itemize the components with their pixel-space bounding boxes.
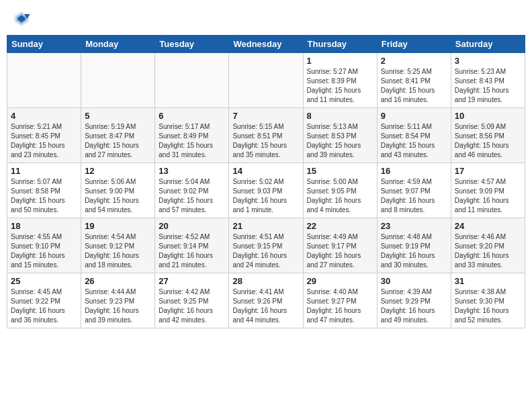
calendar-cell: 17Sunrise: 4:57 AM Sunset: 9:09 PM Dayli… (451, 163, 525, 218)
day-number: 1 (307, 56, 373, 66)
day-info: Sunrise: 5:04 AM Sunset: 9:02 PM Dayligh… (159, 177, 225, 215)
day-info: Sunrise: 4:38 AM Sunset: 9:30 PM Dayligh… (455, 287, 521, 325)
day-info: Sunrise: 5:13 AM Sunset: 8:53 PM Dayligh… (307, 122, 373, 160)
day-number: 19 (85, 221, 151, 231)
day-number: 7 (232, 111, 299, 121)
weekday-header-thursday: Thursday (303, 36, 377, 53)
calendar-cell: 26Sunrise: 4:44 AM Sunset: 9:23 PM Dayli… (81, 273, 155, 328)
calendar-cell: 22Sunrise: 4:49 AM Sunset: 9:17 PM Dayli… (303, 218, 377, 273)
day-info: Sunrise: 5:11 AM Sunset: 8:54 PM Dayligh… (381, 122, 447, 160)
day-info: Sunrise: 5:15 AM Sunset: 8:51 PM Dayligh… (232, 122, 299, 160)
calendar-cell: 11Sunrise: 5:07 AM Sunset: 8:58 PM Dayli… (7, 163, 81, 218)
day-number: 22 (307, 221, 373, 231)
day-number: 18 (11, 221, 77, 231)
calendar-cell: 28Sunrise: 4:41 AM Sunset: 9:26 PM Dayli… (229, 273, 303, 328)
day-number: 24 (455, 221, 521, 231)
day-info: Sunrise: 4:41 AM Sunset: 9:26 PM Dayligh… (232, 287, 299, 325)
day-info: Sunrise: 5:00 AM Sunset: 9:05 PM Dayligh… (307, 177, 373, 215)
day-number: 14 (232, 166, 299, 176)
day-number: 17 (455, 166, 521, 176)
day-number: 16 (381, 166, 447, 176)
calendar-cell: 7Sunrise: 5:15 AM Sunset: 8:51 PM Daylig… (229, 108, 303, 163)
calendar-cell: 16Sunrise: 4:59 AM Sunset: 9:07 PM Dayli… (377, 163, 451, 218)
calendar-week-row: 11Sunrise: 5:07 AM Sunset: 8:58 PM Dayli… (7, 163, 525, 218)
day-info: Sunrise: 5:25 AM Sunset: 8:41 PM Dayligh… (381, 67, 447, 105)
day-info: Sunrise: 5:27 AM Sunset: 8:39 PM Dayligh… (307, 67, 373, 105)
calendar-cell (81, 53, 155, 108)
day-info: Sunrise: 5:07 AM Sunset: 8:58 PM Dayligh… (11, 177, 77, 215)
day-info: Sunrise: 4:51 AM Sunset: 9:15 PM Dayligh… (232, 232, 299, 270)
day-info: Sunrise: 5:21 AM Sunset: 8:45 PM Dayligh… (11, 122, 77, 160)
day-number: 20 (159, 221, 225, 231)
calendar-week-row: 4Sunrise: 5:21 AM Sunset: 8:45 PM Daylig… (7, 108, 525, 163)
weekday-header-monday: Monday (81, 36, 155, 53)
calendar-cell: 30Sunrise: 4:39 AM Sunset: 9:29 PM Dayli… (377, 273, 451, 328)
weekday-header-wednesday: Wednesday (229, 36, 303, 53)
day-number: 11 (11, 166, 77, 176)
day-info: Sunrise: 4:45 AM Sunset: 9:22 PM Dayligh… (11, 287, 77, 325)
calendar-cell (155, 53, 229, 108)
calendar-cell: 12Sunrise: 5:06 AM Sunset: 9:00 PM Dayli… (81, 163, 155, 218)
day-number: 9 (381, 111, 447, 121)
day-info: Sunrise: 5:17 AM Sunset: 8:49 PM Dayligh… (159, 122, 225, 160)
calendar-cell (7, 53, 81, 108)
calendar-cell: 19Sunrise: 4:54 AM Sunset: 9:12 PM Dayli… (81, 218, 155, 273)
weekday-header-sunday: Sunday (7, 36, 81, 53)
calendar-cell: 9Sunrise: 5:11 AM Sunset: 8:54 PM Daylig… (377, 108, 451, 163)
day-number: 27 (159, 276, 225, 286)
calendar-cell: 8Sunrise: 5:13 AM Sunset: 8:53 PM Daylig… (303, 108, 377, 163)
weekday-header-friday: Friday (377, 36, 451, 53)
day-number: 15 (307, 166, 373, 176)
day-number: 4 (11, 111, 77, 121)
calendar-cell: 13Sunrise: 5:04 AM Sunset: 9:02 PM Dayli… (155, 163, 229, 218)
calendar-week-row: 1Sunrise: 5:27 AM Sunset: 8:39 PM Daylig… (7, 53, 525, 108)
calendar-cell: 2Sunrise: 5:25 AM Sunset: 8:41 PM Daylig… (377, 53, 451, 108)
calendar-cell: 14Sunrise: 5:02 AM Sunset: 9:03 PM Dayli… (229, 163, 303, 218)
logo (12, 9, 34, 28)
day-number: 26 (85, 276, 151, 286)
day-number: 28 (232, 276, 299, 286)
day-info: Sunrise: 4:49 AM Sunset: 9:17 PM Dayligh… (307, 232, 373, 270)
calendar-cell: 5Sunrise: 5:19 AM Sunset: 8:47 PM Daylig… (81, 108, 155, 163)
calendar-week-row: 25Sunrise: 4:45 AM Sunset: 9:22 PM Dayli… (7, 273, 525, 328)
calendar-cell: 20Sunrise: 4:52 AM Sunset: 9:14 PM Dayli… (155, 218, 229, 273)
day-info: Sunrise: 4:44 AM Sunset: 9:23 PM Dayligh… (85, 287, 151, 325)
weekday-header-row: SundayMondayTuesdayWednesdayThursdayFrid… (7, 36, 525, 53)
day-number: 2 (381, 56, 447, 66)
weekday-header-saturday: Saturday (451, 36, 525, 53)
day-info: Sunrise: 5:23 AM Sunset: 8:43 PM Dayligh… (455, 67, 521, 105)
day-info: Sunrise: 5:09 AM Sunset: 8:56 PM Dayligh… (455, 122, 521, 160)
calendar-cell: 21Sunrise: 4:51 AM Sunset: 9:15 PM Dayli… (229, 218, 303, 273)
day-number: 8 (307, 111, 373, 121)
logo-icon (12, 9, 31, 28)
day-info: Sunrise: 4:46 AM Sunset: 9:20 PM Dayligh… (455, 232, 521, 270)
calendar-cell (229, 53, 303, 108)
calendar-cell: 23Sunrise: 4:48 AM Sunset: 9:19 PM Dayli… (377, 218, 451, 273)
calendar-cell: 1Sunrise: 5:27 AM Sunset: 8:39 PM Daylig… (303, 53, 377, 108)
day-info: Sunrise: 4:57 AM Sunset: 9:09 PM Dayligh… (455, 177, 521, 215)
day-info: Sunrise: 4:42 AM Sunset: 9:25 PM Dayligh… (159, 287, 225, 325)
day-number: 5 (85, 111, 151, 121)
day-number: 12 (85, 166, 151, 176)
day-info: Sunrise: 4:54 AM Sunset: 9:12 PM Dayligh… (85, 232, 151, 270)
calendar-cell: 10Sunrise: 5:09 AM Sunset: 8:56 PM Dayli… (451, 108, 525, 163)
day-info: Sunrise: 4:39 AM Sunset: 9:29 PM Dayligh… (381, 287, 447, 325)
day-info: Sunrise: 4:59 AM Sunset: 9:07 PM Dayligh… (381, 177, 447, 215)
day-info: Sunrise: 5:02 AM Sunset: 9:03 PM Dayligh… (232, 177, 299, 215)
day-info: Sunrise: 4:48 AM Sunset: 9:19 PM Dayligh… (381, 232, 447, 270)
day-number: 13 (159, 166, 225, 176)
day-number: 6 (159, 111, 225, 121)
day-number: 25 (11, 276, 77, 286)
calendar-cell: 18Sunrise: 4:55 AM Sunset: 9:10 PM Dayli… (7, 218, 81, 273)
day-info: Sunrise: 5:19 AM Sunset: 8:47 PM Dayligh… (85, 122, 151, 160)
day-number: 10 (455, 111, 521, 121)
calendar-cell: 24Sunrise: 4:46 AM Sunset: 9:20 PM Dayli… (451, 218, 525, 273)
day-info: Sunrise: 4:55 AM Sunset: 9:10 PM Dayligh… (11, 232, 77, 270)
calendar-cell: 29Sunrise: 4:40 AM Sunset: 9:27 PM Dayli… (303, 273, 377, 328)
calendar-cell: 27Sunrise: 4:42 AM Sunset: 9:25 PM Dayli… (155, 273, 229, 328)
weekday-header-tuesday: Tuesday (155, 36, 229, 53)
calendar-cell: 4Sunrise: 5:21 AM Sunset: 8:45 PM Daylig… (7, 108, 81, 163)
day-number: 21 (232, 221, 299, 231)
calendar-cell: 3Sunrise: 5:23 AM Sunset: 8:43 PM Daylig… (451, 53, 525, 108)
page-header (7, 7, 525, 31)
